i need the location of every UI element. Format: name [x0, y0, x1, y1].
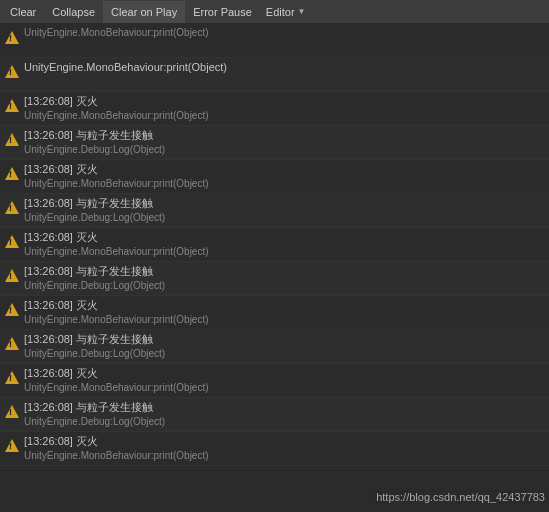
- log-line1: [13:26:08] 与粒子发生接触: [24, 332, 545, 347]
- editor-label: Editor: [266, 6, 295, 18]
- warning-icon: [4, 335, 20, 351]
- editor-dropdown[interactable]: Editor ▼: [260, 1, 312, 23]
- log-line-partial: UnityEngine.MonoBehaviour:print(Object): [24, 26, 545, 40]
- log-entry[interactable]: [13:26:08] 与粒子发生接触UnityEngine.Debug:Log(…: [0, 262, 549, 296]
- log-line2: UnityEngine.Debug:Log(Object): [24, 211, 545, 225]
- clear-on-play-button[interactable]: Clear on Play: [103, 1, 185, 23]
- log-line1: [13:26:08] 灭火: [24, 162, 545, 177]
- warning-icon: [4, 301, 20, 317]
- log-entry[interactable]: [13:26:08] 与粒子发生接触UnityEngine.Debug:Log(…: [0, 126, 549, 160]
- log-entry[interactable]: [13:26:08] 与粒子发生接触UnityEngine.Debug:Log(…: [0, 330, 549, 364]
- log-entry-top-partial[interactable]: UnityEngine.MonoBehaviour:print(Object): [0, 24, 549, 58]
- log-entry[interactable]: [13:26:08] 灭火UnityEngine.MonoBehaviour:p…: [0, 432, 549, 466]
- warning-icon: [4, 131, 20, 147]
- log-entry[interactable]: [13:26:08] 灭火UnityEngine.MonoBehaviour:p…: [0, 228, 549, 262]
- log-entry[interactable]: [13:26:08] 与粒子发生接触UnityEngine.Debug:Log(…: [0, 398, 549, 432]
- log-line1: [13:26:08] 灭火: [24, 434, 545, 449]
- log-line1: [13:26:08] 与粒子发生接触: [24, 400, 545, 415]
- log-line2: UnityEngine.Debug:Log(Object): [24, 279, 545, 293]
- warning-icon: [4, 403, 20, 419]
- chevron-down-icon: ▼: [298, 7, 306, 16]
- warning-icon: [4, 63, 20, 79]
- warning-icon: [4, 199, 20, 215]
- log-line1: [13:26:08] 灭火: [24, 230, 545, 245]
- warning-icon: [4, 233, 20, 249]
- warning-icon: [4, 165, 20, 181]
- log-line2: UnityEngine.MonoBehaviour:print(Object): [24, 449, 545, 463]
- log-container: UnityEngine.MonoBehaviour:print(Object) …: [0, 24, 549, 512]
- log-entry[interactable]: [13:26:08] 灭火UnityEngine.MonoBehaviour:p…: [0, 92, 549, 126]
- log-line2: UnityEngine.Debug:Log(Object): [24, 143, 545, 157]
- log-line2: UnityEngine.MonoBehaviour:print(Object): [24, 245, 545, 259]
- log-line1: [13:26:08] 灭火: [24, 298, 545, 313]
- log-line2: UnityEngine.MonoBehaviour:print(Object): [24, 177, 545, 191]
- warning-icon: [4, 29, 20, 45]
- log-entry[interactable]: [13:26:08] 灭火UnityEngine.MonoBehaviour:p…: [0, 296, 549, 330]
- log-line1: UnityEngine.MonoBehaviour:print(Object): [24, 60, 545, 75]
- log-entry[interactable]: [13:26:08] 灭火UnityEngine.MonoBehaviour:p…: [0, 160, 549, 194]
- collapse-button[interactable]: Collapse: [44, 1, 103, 23]
- warning-icon: [4, 97, 20, 113]
- log-line1: [13:26:08] 灭火: [24, 366, 545, 381]
- error-pause-button[interactable]: Error Pause: [185, 1, 260, 23]
- log-line1: [13:26:08] 与粒子发生接触: [24, 196, 545, 211]
- log-line2: UnityEngine.Debug:Log(Object): [24, 415, 545, 429]
- log-line2: UnityEngine.MonoBehaviour:print(Object): [24, 381, 545, 395]
- log-line2: UnityEngine.MonoBehaviour:print(Object): [24, 109, 545, 123]
- clear-button[interactable]: Clear: [2, 1, 44, 23]
- log-line1: [13:26:08] 与粒子发生接触: [24, 128, 545, 143]
- log-line2: UnityEngine.MonoBehaviour:print(Object): [24, 313, 545, 327]
- warning-icon: [4, 437, 20, 453]
- warning-icon: [4, 267, 20, 283]
- warning-icon: [4, 369, 20, 385]
- log-entry[interactable]: [13:26:08] 灭火UnityEngine.MonoBehaviour:p…: [0, 364, 549, 398]
- toolbar: Clear Collapse Clear on Play Error Pause…: [0, 0, 549, 24]
- log-line2: UnityEngine.Debug:Log(Object): [24, 347, 545, 361]
- log-entry[interactable]: [13:26:08] 与粒子发生接触UnityEngine.Debug:Log(…: [0, 194, 549, 228]
- watermark-text: https://blog.csdn.net/qq_42437783: [372, 490, 549, 504]
- log-entry[interactable]: UnityEngine.MonoBehaviour:print(Object): [0, 58, 549, 92]
- log-line1: [13:26:08] 与粒子发生接触: [24, 264, 545, 279]
- log-line1: [13:26:08] 灭火: [24, 94, 545, 109]
